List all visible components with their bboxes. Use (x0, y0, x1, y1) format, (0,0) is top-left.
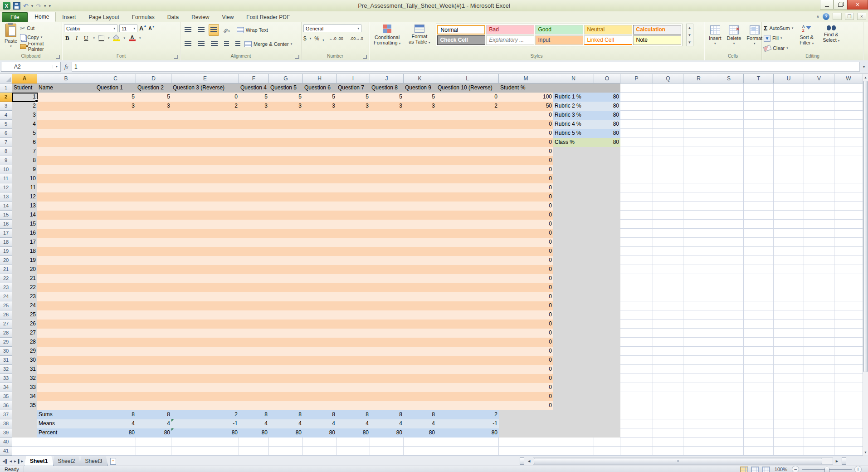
cell-P12[interactable] (620, 183, 653, 192)
cell-G12[interactable] (269, 183, 303, 192)
cell-S28[interactable] (714, 329, 744, 338)
row-header-18[interactable]: 18 (0, 238, 12, 247)
cell-F39[interactable]: 80 (239, 428, 269, 438)
cell-D10[interactable] (136, 165, 171, 174)
cell-B24[interactable] (37, 292, 95, 301)
cell-Q39[interactable] (653, 428, 683, 438)
cell-V33[interactable] (804, 374, 834, 383)
cell-M12[interactable]: 0 (499, 183, 553, 192)
delete-cells-button[interactable]: Delete▾ (724, 25, 744, 46)
undo-icon[interactable]: ↶ (23, 3, 29, 9)
row-header-20[interactable]: 20 (0, 256, 12, 265)
cell-M33[interactable]: 0 (499, 374, 553, 383)
cell-O9[interactable] (594, 156, 620, 165)
cell-M14[interactable]: 0 (499, 202, 553, 211)
cell-L39[interactable]: 80 (436, 428, 499, 438)
cell-P14[interactable] (620, 202, 653, 211)
cell-O24[interactable] (594, 292, 620, 301)
cell-U8[interactable] (774, 147, 804, 156)
cell-K41[interactable] (404, 447, 436, 456)
cell-A5[interactable]: 4 (12, 120, 37, 129)
cell-T36[interactable] (744, 401, 774, 410)
cell-N1[interactable] (553, 84, 594, 93)
cell-C23[interactable] (95, 283, 136, 292)
cell-N29[interactable] (553, 338, 594, 347)
cell-W7[interactable] (834, 138, 863, 147)
cell-U11[interactable] (774, 174, 804, 183)
cell-B2[interactable] (37, 93, 95, 102)
cell-V28[interactable] (804, 329, 834, 338)
cell-S12[interactable] (714, 183, 744, 192)
cell-R39[interactable] (683, 428, 714, 438)
cell-G22[interactable] (269, 274, 303, 283)
cell-S6[interactable] (714, 129, 744, 138)
cell-G32[interactable] (269, 365, 303, 374)
cell-B16[interactable] (37, 220, 95, 229)
cell-A35[interactable]: 34 (12, 392, 37, 401)
cell-W14[interactable] (834, 202, 863, 211)
cell-O6[interactable]: 80 (594, 129, 620, 138)
cell-Q15[interactable] (653, 211, 683, 220)
tab-view[interactable]: View (216, 13, 240, 22)
cell-P29[interactable] (620, 338, 653, 347)
row-header-35[interactable]: 35 (0, 392, 12, 401)
cell-J26[interactable] (370, 310, 404, 320)
cell-H36[interactable] (303, 401, 336, 410)
cell-F16[interactable] (239, 220, 269, 229)
cell-S7[interactable] (714, 138, 744, 147)
cell-S32[interactable] (714, 365, 744, 374)
cell-G5[interactable] (269, 120, 303, 129)
cell-F11[interactable] (239, 174, 269, 183)
cell-W1[interactable] (834, 84, 863, 93)
cell-T33[interactable] (744, 374, 774, 383)
cell-O26[interactable] (594, 310, 620, 320)
cell-K40[interactable] (404, 438, 436, 447)
cell-O34[interactable] (594, 383, 620, 392)
row-header-33[interactable]: 33 (0, 374, 12, 383)
cell-P35[interactable] (620, 392, 653, 401)
vertical-scrollbar[interactable]: ▲ ▼ (863, 74, 868, 456)
cell-H14[interactable] (303, 202, 336, 211)
cell-P6[interactable] (620, 129, 653, 138)
column-header-C[interactable]: C (95, 74, 136, 84)
cell-G37[interactable]: 8 (269, 410, 303, 419)
style-linked-cell[interactable]: Linked Cell (584, 35, 632, 45)
cell-H41[interactable] (303, 447, 336, 456)
merge-center-button[interactable]: Merge & Center ▾ (244, 39, 292, 49)
cell-K1[interactable]: Question 9 (404, 84, 436, 93)
cell-S1[interactable] (714, 84, 744, 93)
cell-I29[interactable] (336, 338, 370, 347)
cell-N24[interactable] (553, 292, 594, 301)
cell-O10[interactable] (594, 165, 620, 174)
cell-W33[interactable] (834, 374, 863, 383)
redo-icon[interactable]: ↷ (36, 3, 41, 9)
cell-G18[interactable] (269, 238, 303, 247)
cell-K30[interactable] (404, 347, 436, 356)
cell-F34[interactable] (239, 383, 269, 392)
cell-V12[interactable] (804, 183, 834, 192)
cell-F36[interactable] (239, 401, 269, 410)
cell-L7[interactable] (436, 138, 499, 147)
cell-U17[interactable] (774, 229, 804, 238)
cell-C1[interactable]: Question 1 (95, 84, 136, 93)
cell-C12[interactable] (95, 183, 136, 192)
cell-Q33[interactable] (653, 374, 683, 383)
cell-V25[interactable] (804, 301, 834, 310)
cell-P23[interactable] (620, 283, 653, 292)
cell-N10[interactable] (553, 165, 594, 174)
paste-button[interactable]: Paste ▾ (2, 23, 20, 49)
cell-I31[interactable] (336, 356, 370, 365)
cell-G30[interactable] (269, 347, 303, 356)
cell-I41[interactable] (336, 447, 370, 456)
insert-function-icon[interactable]: fx (61, 63, 72, 70)
cell-G23[interactable] (269, 283, 303, 292)
cell-T41[interactable] (744, 447, 774, 456)
cell-I13[interactable] (336, 192, 370, 202)
cell-O35[interactable] (594, 392, 620, 401)
cell-D29[interactable] (136, 338, 171, 347)
cell-J30[interactable] (370, 347, 404, 356)
cell-N23[interactable] (553, 283, 594, 292)
cell-J38[interactable]: 4 (370, 419, 404, 428)
cell-F26[interactable] (239, 310, 269, 320)
cell-M6[interactable]: 0 (499, 129, 553, 138)
